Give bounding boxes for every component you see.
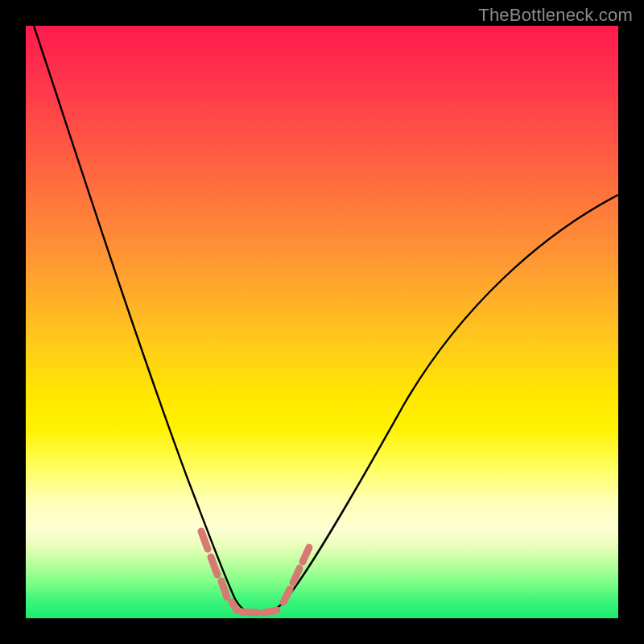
marker-dot [283,589,290,602]
marker-dot [201,531,208,549]
chart-plot-area [26,26,618,618]
marker-dot [242,612,258,613]
marker-dot [303,547,309,562]
marker-dot [232,602,237,610]
marker-dot [264,610,277,613]
chart-frame: TheBottleneck.com [0,0,644,644]
marker-group [201,531,309,613]
watermark-text: TheBottleneck.com [478,5,633,26]
marker-dot [221,581,227,597]
marker-dot [211,557,217,575]
bottleneck-curve [34,26,618,613]
chart-svg [26,26,618,618]
